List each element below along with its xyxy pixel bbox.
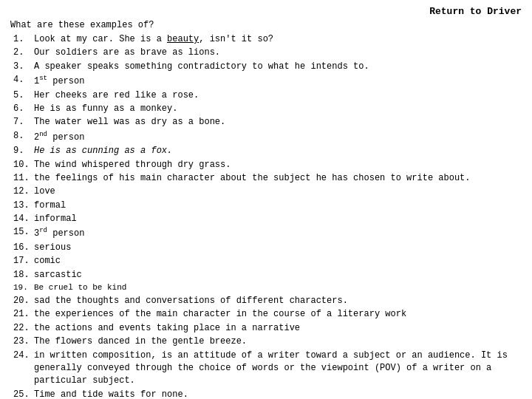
item-number: 10. — [13, 159, 34, 171]
item-text: formal — [34, 200, 522, 212]
return-to-driver-link[interactable]: Return to Driver — [429, 6, 522, 17]
list-item: 5.Her cheeks are red like a rose. — [13, 89, 522, 102]
item-number: 16. — [13, 242, 34, 254]
list-item: 3.A speaker speaks something contradicto… — [13, 61, 522, 73]
list-item: 19.Be cruel to be kind — [13, 282, 522, 294]
item-text: serious — [34, 242, 522, 254]
item-number: 12. — [13, 185, 34, 198]
item-number: 6. — [13, 103, 34, 115]
item-number: 1. — [13, 33, 34, 46]
item-text: He is as funny as a monkey. — [34, 103, 522, 115]
item-number: 7. — [13, 116, 34, 129]
list-item: 8.2nd person — [13, 130, 522, 144]
item-number: 18. — [13, 269, 34, 282]
list-item: 10.The wind whispered through dry grass. — [13, 159, 522, 171]
header: Return to Driver — [10, 6, 522, 17]
item-number: 9. — [13, 145, 34, 157]
list-item: 14.informal — [13, 213, 522, 225]
item-text: The wind whispered through dry grass. — [34, 159, 522, 171]
list-item: 13.formal — [13, 200, 522, 212]
item-text: comic — [34, 255, 522, 267]
item-text: Look at my car. She is a beauty, isn't i… — [34, 33, 522, 46]
item-number: 25. — [13, 389, 34, 399]
item-number: 21. — [13, 308, 34, 321]
item-text: 1st person — [34, 74, 522, 88]
item-text: Time and tide waits for none. — [34, 389, 522, 399]
item-number: 3. — [13, 61, 34, 73]
item-number: 2. — [13, 47, 34, 59]
list-item: 7.The water well was as dry as a bone. — [13, 116, 522, 129]
list-item: 9.He is as cunning as a fox. — [13, 145, 522, 157]
item-number: 17. — [13, 255, 34, 267]
item-text: sarcastic — [34, 269, 522, 282]
item-text: love — [34, 185, 522, 198]
list-item: 12.love — [13, 185, 522, 198]
item-text: in written composition, is an attitude o… — [34, 349, 522, 388]
list-item: 11.the feelings of his main character ab… — [13, 172, 522, 185]
item-text: Our soldiers are as brave as lions. — [34, 47, 522, 59]
list-item: 17.comic — [13, 255, 522, 267]
list-item: 22.the actions and events taking place i… — [13, 322, 522, 335]
item-text: 2nd person — [34, 130, 522, 144]
item-number: 14. — [13, 213, 34, 225]
list-item: 25.Time and tide waits for none. — [13, 389, 522, 399]
list-item: 20.sad the thoughts and conversations of… — [13, 295, 522, 307]
item-text: Her cheeks are red like a rose. — [34, 89, 522, 102]
item-text: The water well was as dry as a bone. — [34, 116, 522, 129]
list-item: 4.1st person — [13, 74, 522, 88]
list-item: 18.sarcastic — [13, 269, 522, 282]
item-number: 8. — [13, 130, 34, 144]
item-number: 24. — [13, 349, 34, 388]
item-text: the actions and events taking place in a… — [34, 322, 522, 335]
item-number: 20. — [13, 295, 34, 307]
list-item: 15.3rd person — [13, 226, 522, 240]
item-text: A speaker speaks something contradictory… — [34, 61, 522, 73]
item-text: sad the thoughts and conversations of di… — [34, 295, 522, 307]
list-item: 24.in written composition, is an attitud… — [13, 349, 522, 388]
item-number: 22. — [13, 322, 34, 335]
question-heading: What are these examples of? — [10, 20, 522, 30]
item-number: 4. — [13, 74, 34, 88]
item-number: 13. — [13, 200, 34, 212]
item-text: The flowers danced in the gentle breeze. — [34, 335, 522, 348]
item-text: the experiences of the main character in… — [34, 308, 522, 321]
list-item: 2.Our soldiers are as brave as lions. — [13, 47, 522, 59]
item-text: the feelings of his main character about… — [34, 172, 522, 185]
list-item: 16.serious — [13, 242, 522, 254]
item-number: 19. — [13, 282, 34, 294]
list-item: 1.Look at my car. She is a beauty, isn't… — [13, 33, 522, 46]
item-text: informal — [34, 213, 522, 225]
items-list: 1.Look at my car. She is a beauty, isn't… — [10, 33, 522, 399]
list-item: 6.He is as funny as a monkey. — [13, 103, 522, 115]
item-number: 5. — [13, 89, 34, 102]
item-text: Be cruel to be kind — [34, 282, 522, 294]
list-item: 23.The flowers danced in the gentle bree… — [13, 335, 522, 348]
item-text: He is as cunning as a fox. — [34, 145, 522, 157]
item-text: 3rd person — [34, 226, 522, 240]
item-number: 15. — [13, 226, 34, 240]
list-item: 21.the experiences of the main character… — [13, 308, 522, 321]
item-number: 23. — [13, 335, 34, 348]
item-number: 11. — [13, 172, 34, 185]
